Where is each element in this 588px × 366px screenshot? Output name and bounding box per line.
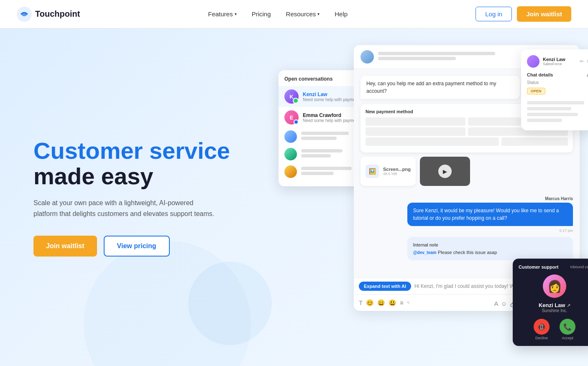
emoji-bottom-icon[interactable]: ☺	[501, 300, 507, 308]
call-customer-name: Kenzi Law ↗	[519, 302, 588, 308]
chat-details-title: Chat details	[527, 72, 553, 77]
nav-pricing[interactable]: Pricing	[252, 10, 271, 18]
decline-group: 📵 Decline	[534, 319, 550, 340]
nav-help[interactable]: Help	[335, 10, 348, 18]
play-button-icon[interactable]: ▶	[438, 165, 452, 178]
details-header: Kenzi Law SalesForce ✏ ✕	[527, 55, 588, 68]
conversations-panel: Open conversations K Kenzi Law Need some…	[279, 70, 366, 186]
call-avatar: 👩	[543, 274, 566, 298]
emma-msg: Need some help with payment	[303, 118, 360, 123]
mini-line-2b	[301, 154, 331, 158]
call-company-name: Sunshine Inc.	[519, 308, 588, 313]
conversations-title: Open conversations	[279, 76, 366, 86]
payment-field-5	[366, 137, 499, 146]
call-type-label: Customer support	[519, 264, 558, 269]
call-actions: 📵 Decline 📞 Accept	[519, 319, 588, 340]
conversation-emma[interactable]: E Emma Crawford Need some help with paym…	[279, 107, 366, 128]
emoji-icon-2[interactable]: 😄	[377, 299, 385, 307]
status-section: Status OPEN	[527, 80, 588, 99]
decline-label: Decline	[534, 336, 550, 340]
nav-features[interactable]: Features ▾	[208, 10, 237, 18]
help-label: Help	[335, 10, 348, 18]
status-label-text: Status	[527, 80, 588, 85]
marcus-name: Marcus Harris	[545, 196, 573, 201]
inbound-call-panel: Customer support Inbound call 👩 Kenzi La…	[513, 259, 588, 346]
hero-content: Customer service made easy Scale at your…	[33, 138, 251, 257]
logo-link[interactable]: Touchpoint	[17, 7, 80, 22]
emma-status-badge	[294, 119, 299, 125]
emoji-icon-1[interactable]: 😊	[366, 299, 374, 307]
kenzi-msg: Need some help with payment	[303, 97, 360, 102]
msg-time-1: 5:17 pm	[360, 229, 573, 233]
call-inbound-label: Inbound call	[570, 265, 588, 269]
edit-icon[interactable]: ✏	[580, 58, 584, 64]
file-size: 48.5 MB	[383, 172, 411, 176]
marcus-msg-2: Internal note @dev_team Please check thi…	[407, 237, 573, 260]
payment-field-1	[366, 117, 465, 126]
details-company: SalesForce	[543, 62, 565, 66]
bg-decor-2	[188, 262, 272, 345]
call-avatar-emoji: 👩	[547, 280, 562, 293]
details-line-1	[527, 101, 584, 104]
hero-buttons: Join waitlist View pricing	[33, 236, 251, 257]
join-waitlist-nav-button[interactable]: Join waitlist	[517, 6, 571, 22]
login-button[interactable]: Log in	[476, 7, 512, 21]
details-actions: ✏ ✕	[580, 58, 588, 64]
conv-mini-3	[279, 163, 366, 180]
details-line-3	[527, 113, 578, 116]
call-name-text: Kenzi Law	[539, 302, 565, 308]
decline-button[interactable]: 📵	[534, 319, 550, 335]
status-badge: OPEN	[527, 88, 545, 94]
mini-line-3b	[301, 172, 334, 175]
hero-mockup: 💬 📱 Open conversations K Kenzi Law Need …	[279, 45, 588, 346]
nav-actions: Log in Join waitlist	[476, 6, 571, 22]
payment-field-3	[366, 127, 465, 136]
mini-lines-1	[301, 132, 360, 142]
chat-header-name-line	[378, 52, 495, 55]
payment-field-6	[501, 137, 568, 146]
join-waitlist-hero-button[interactable]: Join waitlist	[33, 236, 97, 257]
hero-title-blue: Customer service	[33, 138, 251, 164]
text-format-icon[interactable]: T	[359, 299, 363, 306]
mini-line-1b	[301, 137, 337, 140]
internal-note-label: Internal note	[413, 243, 438, 247]
details-name-group: Kenzi Law SalesForce	[543, 57, 565, 66]
close-details-icon[interactable]: ✕	[586, 58, 588, 64]
file-info: Screen...png 48.5 MB	[383, 167, 411, 176]
call-header: Customer support Inbound call	[519, 264, 588, 269]
menu-icon[interactable]: ≡	[400, 299, 404, 306]
collapse-icon[interactable]: ▲	[585, 72, 588, 78]
details-section-header: Chat details ▲	[527, 72, 588, 78]
accept-button[interactable]: 📞	[560, 319, 575, 335]
conversation-kenzi[interactable]: K Kenzi Law Need some help with payment	[279, 86, 366, 107]
nav-links: Features ▾ Pricing Resources ▾ Help	[208, 10, 348, 18]
details-customer-name: Kenzi Law	[543, 57, 565, 62]
hero-title-dark: made easy	[33, 163, 251, 189]
format-icon[interactable]: A	[494, 300, 499, 308]
resources-chevron-icon: ▾	[317, 12, 320, 16]
dev-team-tag: @dev_team	[413, 249, 437, 256]
emoji-icon-3[interactable]: 😃	[389, 299, 396, 307]
chat-header-sub-line	[378, 57, 456, 60]
mini-line-3a	[301, 167, 352, 170]
video-attachment[interactable]: ▶	[420, 157, 470, 186]
chat-header-avatar	[360, 50, 374, 64]
nav-resources[interactable]: Resources ▾	[286, 10, 320, 18]
kenzi-info: Kenzi Law Need some help with payment	[303, 92, 360, 102]
mini-line-1a	[301, 132, 349, 135]
mini-lines-2	[301, 149, 360, 159]
mini-avatar-2	[284, 148, 297, 160]
cursor-icon: ↖	[407, 300, 410, 305]
marcus-name-label: Marcus Harris	[360, 194, 573, 202]
emma-info: Emma Crawford Need some help with paymen…	[303, 112, 360, 123]
accept-label: Accept	[560, 336, 575, 340]
ai-expand-button[interactable]: Expand text with AI	[359, 282, 411, 291]
file-attachment: 🖼️ Screen...png 48.5 MB	[360, 157, 416, 186]
features-label: Features	[208, 10, 233, 18]
view-pricing-button[interactable]: View pricing	[104, 236, 170, 257]
logo-icon	[17, 7, 32, 22]
marcus-msg-2-text: Please check this issue asap	[438, 250, 497, 255]
chat-details-panel: Kenzi Law SalesForce ✏ ✕ Chat details ▲ …	[521, 49, 588, 130]
accept-group: 📞 Accept	[560, 319, 575, 340]
external-link-icon: ↗	[567, 303, 570, 308]
